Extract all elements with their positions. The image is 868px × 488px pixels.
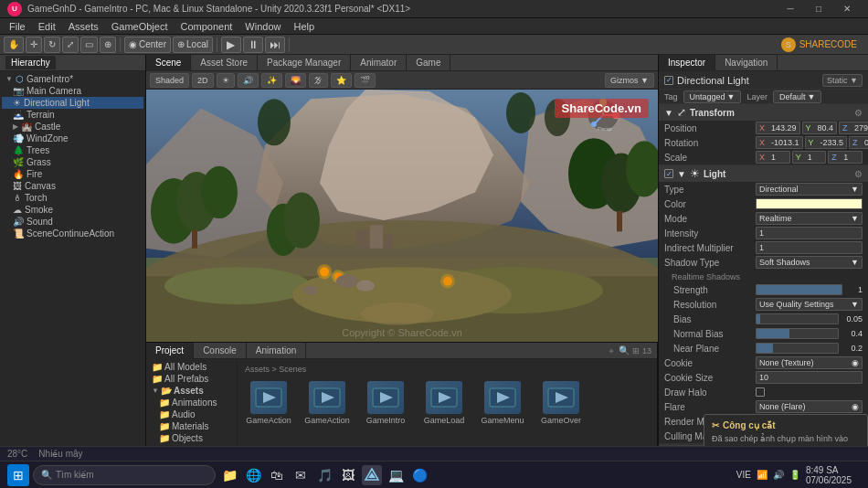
scale-y-field[interactable]: Y 1 [792,151,827,164]
taskbar-battery[interactable]: 🔋 [789,470,800,480]
taskbar-unity[interactable] [362,465,382,485]
pivot-toggle[interactable]: ◉ Center [124,37,171,53]
normal-bias-slider[interactable] [756,328,839,339]
tab-asset-store[interactable]: Asset Store [191,55,258,71]
mode-dropdown[interactable]: Realtime▼ [756,212,863,225]
rotation-y-field[interactable]: Y -233.5 [805,136,848,149]
light-header[interactable]: ✓ ▼ ☀ Light ⚙ [659,165,868,182]
taskbar-file-manager[interactable]: 📁 [219,465,239,485]
hierarchy-item-fire[interactable]: 🔥 Fire [2,168,143,180]
lighting-toggle[interactable]: ☀ [217,73,235,88]
audio-toggle[interactable]: 🔊 [238,73,259,88]
flares-toggle[interactable]: ⭐ [331,73,352,88]
color-swatch[interactable] [756,198,863,209]
tag-dropdown[interactable]: Untagged▼ [683,90,742,103]
hierarchy-item-windzone[interactable]: 💨 WindZone [2,133,143,144]
hierarchy-item-castle[interactable]: ▶ 🏰 Castle [2,121,143,133]
asset-gamemenu[interactable]: GameMenu [475,379,530,427]
tree-materials[interactable]: 📁 Materials [148,420,235,432]
layer-dropdown[interactable]: Default▼ [773,90,821,103]
settings-icon[interactable]: ⚙ [854,169,863,179]
static-toggle[interactable]: Static ▼ [822,74,863,87]
cookie-size-field[interactable]: 10 [756,371,863,384]
asset-gameload[interactable]: GameLoad [417,379,471,427]
taskbar-store[interactable]: 🛍 [267,465,287,485]
taskbar-mail[interactable]: ✉ [291,465,311,485]
tab-scene[interactable]: Scene [146,55,191,71]
start-button[interactable]: ⊞ [7,464,29,486]
tool-scale[interactable]: ⤢ [62,37,79,53]
taskbar-volume[interactable]: 🔊 [773,470,784,480]
hierarchy-item-sound[interactable]: 🔊 Sound [2,216,143,228]
light-enable-checkbox[interactable]: ✓ [664,169,673,178]
scene-viewport[interactable]: ShareCode.vn Copyright © ShareCode.vn Pe… [146,90,658,342]
transform-header[interactable]: ▼ ⤢ Transform ⚙ [659,104,868,121]
position-y-field[interactable]: Y 80.4 [802,122,838,134]
taskbar-browser[interactable]: 🌐 [243,465,263,485]
asset-gameover[interactable]: GameOver [534,379,588,427]
play-button[interactable]: ▶ [221,37,241,53]
plus-icon[interactable]: ＋ [607,345,616,357]
resolution-dropdown[interactable]: Use Quality Settings▼ [756,298,863,311]
search-icon[interactable]: 🔍 [619,345,630,355]
indirect-field[interactable]: 1 [756,241,863,254]
rotation-x-field[interactable]: X -1013.1 [756,136,803,149]
intensity-field[interactable]: 1 [756,227,863,239]
active-checkbox[interactable]: ✓ [664,76,673,85]
search-bar[interactable]: 🔍 Tìm kiếm [33,465,216,485]
pp-toggle[interactable]: 🎬 [355,73,376,88]
taskbar-language[interactable]: VIE [736,470,751,480]
taskbar-datetime[interactable]: 8:49 SA 07/06/2025 [806,465,852,485]
tab-animator[interactable]: Animator [351,55,407,71]
hierarchy-item-directionallight[interactable]: ☀ Directional Light [2,97,143,109]
tab-project[interactable]: Project [146,343,194,359]
cookie-dropdown[interactable]: None (Texture)◉ [756,356,863,369]
menu-file[interactable]: File [4,20,31,33]
step-button[interactable]: ⏭ [265,37,285,53]
menu-window[interactable]: Window [239,20,286,33]
tool-transform[interactable]: ⊕ [100,37,116,53]
tree-all-prefabs[interactable]: 📁 All Prefabs [148,373,235,385]
tree-assets[interactable]: ▼ 📂 Assets [148,385,235,397]
position-z-field[interactable]: Z 279.9 [839,122,868,134]
menu-help[interactable]: Help [288,20,320,33]
fog-toggle[interactable]: 🌫 [309,73,328,88]
hierarchy-item-maincamera[interactable]: 📷 Main Camera [2,85,143,97]
tree-objects[interactable]: 📁 Objects [148,432,235,444]
shading-dropdown[interactable]: Shaded [150,73,189,88]
tab-game[interactable]: Game [407,55,450,71]
tool-rotate[interactable]: ↻ [44,37,60,53]
strength-slider[interactable] [756,284,842,295]
asset-gameaction-2[interactable]: GameAction [300,379,355,427]
tree-all-models[interactable]: 📁 All Models [148,361,235,373]
minimize-button[interactable]: ─ [777,0,804,18]
shadow-type-dropdown[interactable]: Soft Shadows▼ [756,256,863,269]
position-x-field[interactable]: X 143.29 [756,122,800,134]
scale-z-field[interactable]: Z 1 [828,151,863,164]
2d-toggle[interactable]: 2D [192,73,214,88]
hierarchy-item-scenecontinue[interactable]: 📜 SceneContinueAction [2,228,143,239]
gizmos-dropdown[interactable]: Gizmos ▼ [605,73,654,88]
hierarchy-item-smoke[interactable]: ☁ Smoke [2,204,143,216]
hierarchy-tab[interactable]: Hierarchy [5,56,56,69]
asset-gameaction-1[interactable]: GameAction [241,379,296,427]
tab-animation[interactable]: Animation [247,343,306,359]
close-button[interactable]: ✕ [833,0,861,18]
skybox-toggle[interactable]: 🌄 [285,73,306,88]
hierarchy-item-canvas[interactable]: 🖼 Canvas [2,180,143,192]
flare-dropdown[interactable]: None (Flare)◉ [756,400,863,413]
tool-move[interactable]: ✛ [26,37,42,53]
tab-inspector[interactable]: Inspector [659,55,715,71]
taskbar-photos[interactable]: 🖼 [338,465,358,485]
tab-navigation[interactable]: Navigation [715,55,778,71]
tab-package-manager[interactable]: Package Manager [258,55,351,71]
hierarchy-item-grass[interactable]: 🌿 Grass [2,156,143,168]
hierarchy-item-gameintro[interactable]: ▼ ⬡ GameIntro* [2,73,143,85]
menu-assets[interactable]: Assets [63,20,104,33]
maximize-button[interactable]: □ [805,0,832,18]
menu-component[interactable]: Component [175,20,238,33]
tab-console[interactable]: Console [194,343,247,359]
near-plane-slider[interactable] [756,343,839,354]
asset-gameintro[interactable]: GameIntro [358,379,413,427]
rotation-z-field[interactable]: Z 0 [849,136,868,149]
